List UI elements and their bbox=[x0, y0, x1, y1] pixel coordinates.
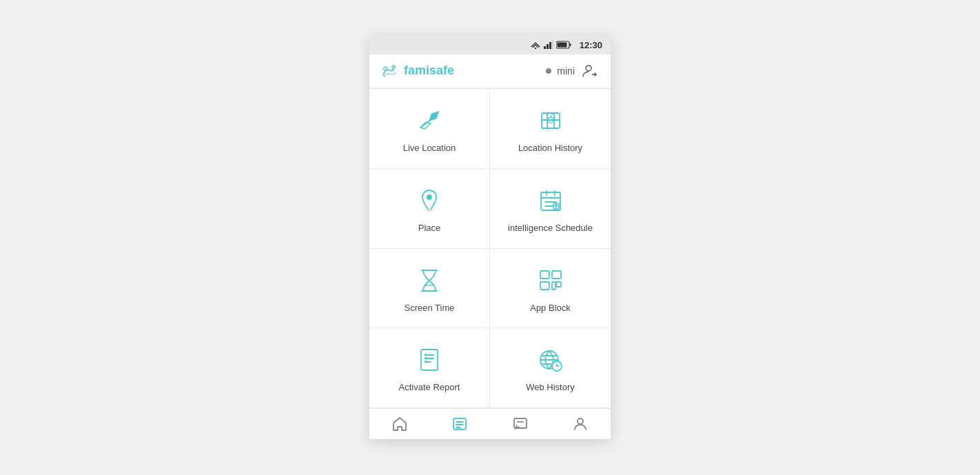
svg-rect-35 bbox=[556, 282, 561, 287]
svg-point-2 bbox=[535, 48, 536, 49]
svg-point-59 bbox=[578, 418, 583, 424]
svg-point-11 bbox=[392, 65, 395, 68]
location-history-label: Location History bbox=[518, 143, 582, 154]
user-status-dot bbox=[546, 68, 551, 74]
activate-report-label: Activate Report bbox=[399, 382, 460, 394]
svg-rect-17 bbox=[542, 113, 560, 128]
map-pin-icon bbox=[414, 185, 445, 216]
svg-rect-36 bbox=[552, 282, 555, 290]
home-icon bbox=[391, 416, 408, 432]
svg-rect-3 bbox=[544, 46, 546, 49]
map-icon bbox=[535, 105, 566, 136]
appblock-icon bbox=[535, 265, 566, 296]
phone-wrapper: 12:30 famisafe mini bbox=[369, 36, 611, 440]
intelligence-schedule-label: intelligence Schedule bbox=[508, 223, 593, 234]
messages-icon bbox=[512, 416, 529, 432]
svg-rect-4 bbox=[547, 44, 549, 49]
svg-marker-16 bbox=[420, 122, 431, 129]
svg-rect-42 bbox=[425, 357, 427, 359]
svg-rect-6 bbox=[552, 41, 553, 49]
logo-icon bbox=[380, 63, 400, 79]
svg-point-12 bbox=[586, 65, 591, 71]
web-history-label: Web History bbox=[526, 382, 575, 394]
user-switch-icon bbox=[582, 63, 598, 79]
live-location-item[interactable]: Live Location bbox=[369, 89, 490, 169]
svg-rect-32 bbox=[540, 271, 549, 279]
report-icon bbox=[414, 345, 445, 375]
screen-time-item[interactable]: Screen Time bbox=[369, 249, 490, 329]
dashboard-icon bbox=[451, 416, 468, 432]
app-header: famisafe mini bbox=[369, 54, 611, 88]
svg-rect-43 bbox=[425, 361, 427, 363]
svg-rect-8 bbox=[569, 43, 571, 46]
svg-rect-34 bbox=[540, 282, 549, 290]
place-label: Place bbox=[418, 223, 441, 234]
bars-icon bbox=[544, 41, 553, 49]
nav-messages[interactable] bbox=[490, 409, 551, 439]
web-history-item[interactable]: Web History bbox=[490, 328, 611, 408]
status-icons bbox=[530, 41, 571, 49]
app-block-item[interactable]: App Block bbox=[490, 249, 611, 329]
activate-report-item[interactable]: Activate Report bbox=[369, 328, 490, 408]
svg-rect-5 bbox=[549, 42, 551, 49]
svg-rect-21 bbox=[541, 192, 560, 210]
svg-rect-41 bbox=[425, 354, 427, 356]
user-switch-button[interactable] bbox=[580, 61, 600, 81]
svg-marker-14 bbox=[429, 112, 438, 121]
location-history-item[interactable]: Location History bbox=[490, 89, 611, 169]
feature-grid: Live Location Location History bbox=[369, 88, 611, 409]
nav-dashboard[interactable] bbox=[430, 409, 491, 439]
calendar-icon bbox=[535, 185, 566, 216]
intelligence-schedule-item[interactable]: intelligence Schedule bbox=[490, 169, 611, 249]
battery-icon bbox=[556, 41, 571, 49]
nav-home[interactable] bbox=[369, 409, 430, 439]
svg-rect-37 bbox=[421, 350, 438, 370]
svg-point-20 bbox=[426, 209, 433, 211]
user-name: mini bbox=[557, 65, 575, 77]
app-block-label: App Block bbox=[530, 303, 571, 314]
svg-point-19 bbox=[427, 194, 432, 200]
screen-time-label: Screen Time bbox=[405, 303, 455, 314]
nav-profile[interactable] bbox=[551, 409, 611, 439]
place-item[interactable]: Place bbox=[369, 169, 490, 249]
header-right: mini bbox=[546, 61, 600, 81]
logo-text: famisafe bbox=[404, 63, 454, 78]
live-location-label: Live Location bbox=[403, 143, 456, 154]
hourglass-icon bbox=[414, 265, 445, 296]
status-time: 12:30 bbox=[580, 40, 602, 50]
web-history-icon bbox=[535, 345, 566, 375]
svg-point-10 bbox=[384, 67, 387, 70]
send-icon bbox=[414, 105, 445, 136]
profile-icon bbox=[572, 416, 589, 432]
status-bar: 12:30 bbox=[369, 36, 611, 54]
bottom-nav bbox=[369, 408, 611, 439]
svg-rect-9 bbox=[557, 43, 566, 48]
svg-rect-33 bbox=[552, 271, 561, 279]
signal-icon bbox=[530, 41, 541, 49]
logo-area: famisafe bbox=[380, 63, 454, 79]
